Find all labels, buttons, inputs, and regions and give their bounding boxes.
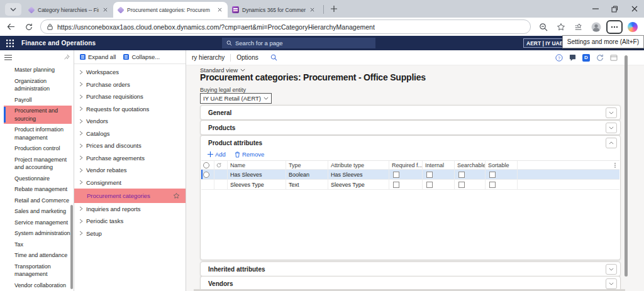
sidebar-item-retail-and-commerce[interactable]: Retail and Commerce	[4, 195, 72, 206]
row-select-radio[interactable]	[203, 172, 209, 178]
tree-item-catalogs[interactable]: Catalogs	[74, 128, 186, 140]
column-header-internal[interactable]: Internal	[423, 161, 455, 169]
section-inherited-attributes-header[interactable]: Inherited attributes	[201, 262, 620, 276]
column-header-type[interactable]: Type	[286, 161, 328, 169]
sidebar-item-transportation-management[interactable]: Transportation management	[4, 261, 72, 280]
feedback-icon[interactable]	[569, 54, 576, 62]
product-name[interactable]: Finance and Operations	[21, 40, 96, 47]
sidebar-scrollbar[interactable]	[70, 205, 73, 289]
expand-section-button[interactable]	[606, 264, 617, 275]
column-header-required[interactable]: Required f...	[389, 161, 423, 169]
tab-category-hierarchy[interactable]: ry hierarchy	[186, 54, 230, 61]
tree-item-prices-and-discounts[interactable]: Prices and discounts	[74, 140, 186, 152]
actionpane-search-icon[interactable]	[270, 54, 277, 61]
expand-section-button[interactable]	[606, 278, 617, 289]
internal-checkbox[interactable]	[426, 172, 433, 178]
profile-avatar-icon[interactable]	[589, 20, 604, 34]
sidebar-item-organization-administration[interactable]: Organization administration	[4, 76, 72, 94]
section-general-header[interactable]: General	[201, 106, 620, 119]
window-minimize-button[interactable]	[586, 0, 605, 18]
favorites-star-icon[interactable]	[553, 20, 569, 34]
sidebar-item-product-information-management[interactable]: Product information management	[4, 124, 72, 143]
tree-item-purchase-requisitions[interactable]: Purchase requisitions	[74, 91, 186, 103]
url-input[interactable]: https://usnconeboxax1aos.cloud.onebox.dy…	[40, 19, 531, 34]
tree-item-workspaces[interactable]: Workspaces	[74, 66, 186, 79]
section-product-attributes-header[interactable]: Product attributes	[201, 136, 620, 150]
sidebar-item-system-administration[interactable]: System administration	[4, 228, 72, 239]
column-header-searchable[interactable]: Searchable	[455, 161, 486, 169]
window-close-button[interactable]	[625, 0, 644, 18]
tab-options[interactable]: Options	[231, 54, 264, 61]
tab-close-icon[interactable]	[216, 6, 223, 13]
sidebar-item-payroll[interactable]: Payroll	[4, 95, 72, 106]
nav-hamburger-icon[interactable]	[4, 55, 12, 60]
sidebar-item-questionnaire[interactable]: Questionnaire	[4, 173, 72, 184]
sidebar-item-sales-and-marketing[interactable]: Sales and marketing	[4, 206, 72, 217]
grid-row-has-sleeves[interactable]: Has Sleeves Boolean Has Sleeves	[201, 170, 619, 180]
required-checkbox[interactable]	[393, 172, 399, 178]
zoom-out-icon[interactable]	[536, 20, 551, 34]
sidebar-item-project-management-and-accounting[interactable]: Project management and accounting	[4, 155, 72, 173]
grid-refresh-icon[interactable]	[216, 163, 221, 168]
sidebar-item-master-planning[interactable]: Master planning	[4, 65, 72, 75]
tree-item-vendors[interactable]: Vendors	[74, 115, 186, 128]
content-scrollbar[interactable]	[625, 55, 628, 277]
refresh-button[interactable]	[21, 19, 36, 35]
app-launcher-waffle-icon[interactable]	[6, 40, 14, 47]
tree-item-vendor-rebates[interactable]: Vendor rebates	[74, 164, 186, 177]
tree-item-periodic-tasks[interactable]: Periodic tasks	[74, 215, 186, 228]
tree-item-purchase-agreements[interactable]: Purchase agreements	[74, 152, 186, 165]
settings-more-button[interactable]	[606, 20, 623, 34]
browser-tab-procurement-categories[interactable]: Procurement categories: Procurem	[113, 2, 228, 18]
expand-section-button[interactable]	[606, 107, 617, 118]
sidebar-item-time-and-attendance[interactable]: Time and attendance	[4, 250, 72, 261]
copilot-button[interactable]	[625, 20, 640, 34]
sortable-checkbox[interactable]	[489, 172, 496, 178]
browser-tab-dynamics-commerce[interactable]: Dynamics 365 for Commerce – Dy	[228, 2, 320, 18]
cell-name[interactable]: Sleeves Type	[228, 180, 286, 189]
collapse-section-button[interactable]	[606, 138, 617, 148]
internal-checkbox[interactable]	[426, 182, 433, 188]
open-in-new-window-icon[interactable]	[610, 55, 618, 61]
required-checkbox[interactable]	[393, 182, 399, 188]
searchable-checkbox[interactable]	[458, 182, 465, 188]
sidebar-item-tax[interactable]: Tax	[4, 239, 72, 250]
remove-button[interactable]: Remove	[235, 151, 264, 158]
searchable-checkbox[interactable]	[458, 172, 465, 178]
tree-item-consignment[interactable]: Consignment	[74, 177, 186, 189]
tree-item-setup[interactable]: Setup	[74, 228, 186, 240]
column-options-icon[interactable]	[614, 163, 616, 168]
sidebar-item-rebate-management[interactable]: Rebate management	[4, 184, 72, 195]
column-header-attribute-type[interactable]: Attribute type	[328, 161, 389, 169]
collapse-button[interactable]: Collapse...	[123, 53, 160, 60]
favorite-star-icon[interactable]	[173, 192, 180, 199]
tree-item-procurement-categories[interactable]: Procurement categories	[74, 189, 186, 203]
section-products-header[interactable]: Products	[201, 121, 620, 135]
new-tab-button[interactable]	[327, 2, 341, 16]
sortable-checkbox[interactable]	[489, 182, 496, 188]
cell-name[interactable]: Has Sleeves	[228, 170, 286, 179]
buying-legal-entity-select[interactable]: IY UAE Retail (AERT)	[200, 93, 272, 104]
sidebar-item-vendor-collaboration[interactable]: Vendor collaboration	[4, 280, 72, 291]
tab-close-icon[interactable]	[102, 6, 109, 13]
site-info-lock-icon[interactable]	[47, 23, 53, 30]
sidebar-item-production-control[interactable]: Production control	[4, 143, 72, 154]
expand-section-button[interactable]	[606, 123, 617, 133]
browser-tab-category-hierarchies[interactable]: Category hierarchies -- Finance an	[24, 2, 113, 18]
help-icon[interactable]: ?	[555, 54, 563, 62]
column-header-sortable[interactable]: Sortable	[486, 161, 518, 169]
section-vendors-header[interactable]: Vendors	[201, 277, 620, 290]
sidebar-item-procurement-and-sourcing[interactable]: Procurement and sourcing	[4, 106, 72, 124]
back-button[interactable]	[3, 19, 18, 35]
column-header-name[interactable]: Name	[228, 161, 286, 169]
collections-icon[interactable]	[571, 20, 586, 34]
tree-item-inquiries-and-reports[interactable]: Inquiries and reports	[74, 203, 186, 216]
sidebar-item-service-management[interactable]: Service management	[4, 217, 72, 228]
pin-nav-icon[interactable]	[64, 54, 70, 60]
select-all-radio[interactable]	[203, 162, 209, 168]
grid-row-sleeves-type[interactable]: Sleeves Type Text Sleeves Type	[201, 180, 619, 190]
page-search-input[interactable]: Search for a page	[222, 38, 375, 48]
expand-all-button[interactable]: Expand all	[80, 53, 116, 60]
window-restore-button[interactable]	[605, 0, 625, 18]
tree-item-requests-for-quotations[interactable]: Requests for quotations	[74, 103, 186, 116]
